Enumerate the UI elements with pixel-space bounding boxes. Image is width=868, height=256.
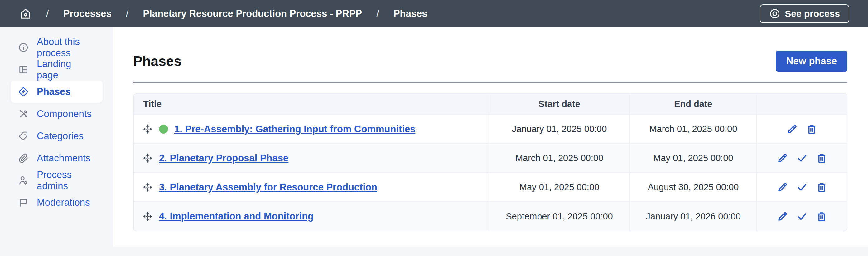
- see-process-label: See process: [785, 8, 840, 19]
- move-icon: [143, 153, 153, 163]
- move-icon: [143, 211, 153, 222]
- eye-icon: [769, 8, 780, 19]
- home-icon: [19, 7, 32, 20]
- sidebar-item-about[interactable]: About this process: [10, 36, 102, 58]
- topbar: / Processes / Planetary Resource Product…: [0, 0, 868, 27]
- move-icon: [143, 124, 153, 134]
- move-icon: [143, 182, 153, 192]
- drag-handle[interactable]: [143, 153, 153, 163]
- sidebar-item-label: Attachments: [37, 153, 90, 164]
- header-title: Title: [134, 94, 489, 115]
- table-row: 1. Pre-Assembly: Gathering Input from Co…: [134, 115, 847, 144]
- pencil-icon: [777, 211, 788, 222]
- breadcrumb: / Processes / Planetary Resource Product…: [19, 7, 427, 20]
- flag-icon: [18, 197, 29, 208]
- start-date: September 01, 2025 00:00: [489, 202, 630, 231]
- delete-phase-button[interactable]: [816, 211, 828, 222]
- drag-handle[interactable]: [143, 182, 153, 192]
- phases-table: Title Start date End date: [133, 93, 847, 231]
- start-date: March 01, 2025 00:00: [489, 144, 630, 173]
- breadcrumb-separator: /: [126, 8, 129, 19]
- see-process-button[interactable]: See process: [760, 4, 849, 23]
- phase-link[interactable]: 4. Implementation and Monitoring: [159, 211, 314, 222]
- phase-link[interactable]: 1. Pre-Assembly: Gathering Input from Co…: [174, 124, 415, 135]
- activate-phase-button[interactable]: [796, 181, 808, 193]
- table-row: 3. Planetary Assembly for Resource Produ…: [134, 173, 847, 202]
- user-gear-icon: [18, 175, 29, 186]
- table-row: 2. Planetary Proposal Phase March 01, 20…: [134, 144, 847, 173]
- trash-icon: [816, 211, 828, 222]
- activate-phase-button[interactable]: [796, 152, 808, 164]
- sidebar: About this process Landing page Phases C…: [0, 27, 113, 256]
- sidebar-item-label: Process admins: [37, 169, 95, 192]
- delete-phase-button[interactable]: [816, 181, 828, 193]
- layout-icon: [18, 64, 29, 75]
- info-icon: [18, 42, 29, 53]
- phase-link[interactable]: 3. Planetary Assembly for Resource Produ…: [159, 182, 377, 193]
- sidebar-item-label: Categories: [37, 131, 84, 142]
- sidebar-item-categories[interactable]: Categories: [10, 125, 102, 147]
- header-end-date: End date: [630, 94, 757, 115]
- trash-icon: [816, 152, 828, 164]
- title-divider: [133, 82, 847, 83]
- trash-icon: [806, 123, 817, 135]
- sidebar-item-landing-page[interactable]: Landing page: [10, 58, 102, 81]
- drag-handle[interactable]: [143, 124, 153, 134]
- delete-phase-button[interactable]: [806, 123, 817, 135]
- tools-icon: [18, 109, 29, 119]
- sidebar-item-components[interactable]: Components: [10, 103, 102, 125]
- header-actions: [757, 94, 847, 115]
- end-date: January 01, 2026 00:00: [630, 202, 757, 231]
- sidebar-item-label: About this process: [37, 36, 95, 59]
- sidebar-item-label: Moderations: [37, 197, 90, 208]
- edit-phase-button[interactable]: [786, 123, 798, 135]
- start-date: January 01, 2025 00:00: [489, 115, 630, 144]
- new-phase-button[interactable]: New phase: [776, 51, 847, 72]
- end-date: May 01, 2025 00:00: [630, 144, 757, 173]
- page-title: Phases: [133, 53, 182, 69]
- sidebar-item-label: Landing page: [37, 58, 95, 81]
- admin-page: / Processes / Planetary Resource Product…: [0, 0, 868, 256]
- sidebar-item-moderations[interactable]: Moderations: [10, 191, 102, 214]
- tag-icon: [18, 131, 29, 141]
- breadcrumb-processes[interactable]: Processes: [63, 8, 112, 19]
- paperclip-icon: [18, 153, 29, 164]
- edit-phase-button[interactable]: [777, 152, 788, 164]
- pencil-icon: [777, 181, 788, 193]
- sidebar-item-phases[interactable]: Phases: [10, 81, 102, 103]
- main-content: Phases New phase Title Start date End da…: [113, 27, 868, 247]
- sidebar-item-label: Components: [37, 108, 92, 120]
- breadcrumb-separator: /: [376, 8, 379, 19]
- end-date: March 01, 2025 00:00: [630, 115, 757, 144]
- edit-phase-button[interactable]: [777, 211, 788, 222]
- header-start-date: Start date: [489, 94, 630, 115]
- sidebar-item-process-admins[interactable]: Process admins: [10, 169, 102, 191]
- sidebar-item-label: Phases: [37, 86, 71, 97]
- pencil-icon: [777, 152, 788, 164]
- sidebar-item-attachments[interactable]: Attachments: [10, 147, 102, 169]
- edit-phase-button[interactable]: [777, 181, 788, 193]
- breadcrumb-separator: /: [46, 8, 49, 19]
- drag-handle[interactable]: [143, 211, 153, 222]
- end-date: August 30, 2025 00:00: [630, 173, 757, 202]
- home-link[interactable]: [19, 7, 32, 20]
- phase-link[interactable]: 2. Planetary Proposal Phase: [159, 153, 288, 164]
- check-icon: [796, 211, 808, 222]
- active-phase-indicator: [159, 124, 168, 134]
- check-icon: [796, 181, 808, 193]
- breadcrumb-process-name[interactable]: Planetary Resource Production Process - …: [143, 8, 362, 19]
- table-header-row: Title Start date End date: [134, 94, 847, 115]
- phases-icon: [18, 86, 29, 97]
- start-date: May 01, 2025 00:00: [489, 173, 630, 202]
- table-row: 4. Implementation and Monitoring Septemb…: [134, 202, 847, 231]
- delete-phase-button[interactable]: [816, 152, 828, 164]
- pencil-icon: [786, 123, 798, 135]
- breadcrumb-phases[interactable]: Phases: [394, 8, 428, 19]
- check-icon: [796, 152, 808, 164]
- activate-phase-button[interactable]: [796, 211, 808, 222]
- trash-icon: [816, 181, 828, 193]
